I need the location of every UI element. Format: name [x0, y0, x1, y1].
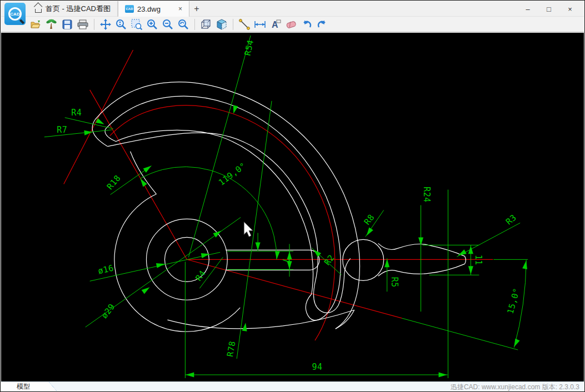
- print-button[interactable]: [76, 18, 90, 31]
- toolbar-separator: [233, 19, 233, 30]
- model-space-tab[interactable]: 模型: [1, 382, 49, 391]
- text-annotation-icon: A: [270, 19, 281, 30]
- tab-document-label: 23.dwg: [137, 5, 161, 13]
- zoom-out-button[interactable]: [161, 18, 175, 31]
- zoom-dynamic-icon: [116, 19, 127, 30]
- tab-strip: 首页 - 迅捷CAD看图 CAD 23.dwg × +: [28, 1, 204, 17]
- maximize-button[interactable]: □: [538, 5, 559, 13]
- zoom-window-button[interactable]: [129, 18, 144, 31]
- open-file-button[interactable]: [29, 18, 43, 31]
- pan-icon: [100, 19, 111, 30]
- dim-label-11: 11: [473, 255, 483, 265]
- zoom-dynamic-button[interactable]: [114, 18, 128, 31]
- tab-home[interactable]: 首页 - 迅捷CAD看图: [28, 1, 118, 17]
- image-palm-icon: [46, 19, 57, 29]
- dim-label-r5: R5: [389, 277, 399, 288]
- save-button[interactable]: [60, 18, 74, 31]
- drawing-canvas[interactable]: R54 R4 R7 R18 119,0° ø16 ø29 R78 94 R24 …: [1, 33, 584, 383]
- status-info-text: 迅捷CAD: www.xunjiecad.com 版本: 2.3.0.3: [451, 383, 579, 392]
- zoom-previous-icon: [178, 19, 189, 30]
- app-logo-icon[interactable]: CAD: [4, 3, 26, 25]
- close-button[interactable]: ×: [559, 5, 581, 13]
- dimension-lines: [44, 36, 528, 378]
- app-window: CAD 首页 - 迅捷CAD看图 CAD 23.dwg × + – □ ×: [0, 0, 585, 392]
- app-logo-text: CAD: [8, 7, 22, 21]
- eraser-icon: [286, 19, 297, 29]
- dim-label-r2: R2: [322, 253, 337, 267]
- measure-dimension-button[interactable]: [253, 18, 267, 31]
- zoom-out-icon: [162, 19, 173, 30]
- home-icon: [34, 6, 42, 13]
- dim-label-r4-tip: R4: [71, 108, 82, 118]
- undo-button[interactable]: [299, 18, 314, 31]
- print-icon: [77, 19, 88, 29]
- status-bar: 模型 迅捷CAD: www.xunjiecad.com 版本: 2.3.0.3: [1, 381, 584, 391]
- dim-label-r7: R7: [57, 125, 67, 135]
- cad-drawing: R54 R4 R7 R18 119,0° ø16 ø29 R78 94 R24 …: [1, 33, 584, 383]
- redo-button[interactable]: [315, 18, 329, 31]
- view-wireframe-button[interactable]: [199, 18, 213, 31]
- zoom-in-button[interactable]: [145, 18, 159, 31]
- measure-line-button[interactable]: [237, 18, 252, 31]
- dimension-labels: R54 R4 R7 R18 119,0° ø16 ø29 R78 94 R24 …: [57, 39, 522, 372]
- redo-icon: [317, 19, 328, 29]
- dim-label-94: 94: [312, 362, 322, 372]
- open-file-icon: [31, 19, 42, 29]
- dim-label-r18: R18: [105, 173, 123, 192]
- window-controls: – □ ×: [517, 1, 581, 17]
- part-geometry: [92, 82, 466, 332]
- measure-line-icon: [239, 19, 250, 30]
- dim-label-r78: R78: [225, 340, 238, 358]
- toolbar-separator: [194, 19, 195, 30]
- new-tab-button[interactable]: +: [189, 1, 204, 17]
- title-bar: CAD 首页 - 迅捷CAD看图 CAD 23.dwg × + – □ ×: [1, 1, 584, 17]
- save-icon: [62, 19, 72, 29]
- cad-file-icon: CAD: [125, 5, 134, 13]
- minimize-button[interactable]: –: [517, 5, 538, 13]
- text-annotation-button[interactable]: A: [268, 18, 283, 31]
- dim-label-dia29: ø29: [99, 301, 117, 320]
- eraser-button[interactable]: [284, 18, 298, 31]
- view-shaded-button[interactable]: [214, 18, 229, 31]
- zoom-window-icon: [131, 19, 142, 30]
- zoom-in-icon: [147, 19, 158, 30]
- toolbar-separator: [94, 19, 94, 30]
- measure-dimension-icon: [254, 20, 266, 29]
- dim-label-7: 7: [281, 258, 291, 264]
- model-tab-label: 模型: [17, 382, 30, 391]
- mouse-cursor: [244, 222, 253, 237]
- zoom-previous-button[interactable]: [176, 18, 191, 31]
- dim-label-r24: R24: [422, 187, 432, 203]
- pan-button[interactable]: [98, 18, 113, 31]
- view-shaded-icon: [216, 19, 227, 30]
- tab-home-label: 首页 - 迅捷CAD看图: [46, 4, 111, 14]
- tab-close-icon[interactable]: ×: [178, 5, 182, 13]
- dim-label-r8: R8: [362, 212, 377, 227]
- dim-label-dia16: ø16: [97, 263, 115, 276]
- image-palm-button[interactable]: [44, 18, 59, 31]
- dim-label-r54: R54: [242, 39, 256, 57]
- tab-document-23dwg[interactable]: CAD 23.dwg ×: [118, 1, 189, 17]
- view-wireframe-icon: [201, 19, 212, 30]
- toolbar: A: [1, 17, 584, 32]
- dim-label-angle-15: 15,0°: [506, 287, 522, 315]
- undo-icon: [301, 19, 312, 29]
